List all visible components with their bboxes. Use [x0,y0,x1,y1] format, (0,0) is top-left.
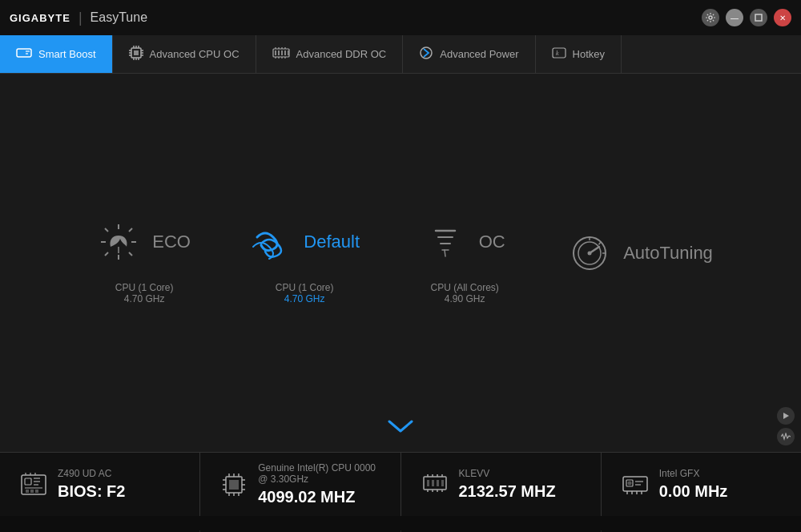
main-content: ECO CPU (1 Core) 4.70 GHz Default CPU (1… [0,74,801,452]
play-button[interactable] [777,407,795,425]
settings-button[interactable] [702,9,719,26]
eco-icon-area: ECO [98,221,191,263]
hotkey-icon: k [552,47,566,62]
default-icon-area: Default [249,221,360,263]
status-motherboard: Z490 UD AC BIOS: F2 [0,453,200,516]
tab-smart-boost-label: Smart Boost [38,48,96,60]
eco-icon [98,221,139,263]
mode-default[interactable]: Default CPU (1 Core) 4.70 GHz [248,221,360,304]
scroll-controls [777,407,795,445]
default-label: Default [304,232,360,252]
motherboard-icon [19,470,48,499]
svg-line-41 [105,228,108,232]
default-icon [249,221,291,263]
gpu-icon [621,470,650,499]
eco-freq: 4.70 GHz [115,293,174,304]
maximize-button[interactable] [750,9,767,26]
cpu-icon [219,470,248,499]
tab-advanced-ddr-oc-label: Advanced DDR OC [296,48,387,60]
app-name: EasyTune [91,10,147,25]
svg-rect-67 [35,490,38,493]
nav-tabs: Smart Boost Advanced CPU OC [0,35,801,74]
svg-rect-66 [30,490,34,493]
svg-rect-65 [26,490,29,493]
gpu-name: Intel GFX [659,468,728,479]
svg-rect-86 [427,480,429,486]
ram-icon [421,470,449,499]
eco-core-label: CPU (1 Core) [115,282,174,293]
gigabyte-logo: GIGABYTE [10,12,70,24]
motherboard-name: Z490 UD AC [58,468,125,479]
mode-oc[interactable]: OC CPU (All Cores) 4.90 GHz [409,221,521,304]
eco-label: ECO [152,232,191,252]
svg-line-44 [105,252,108,256]
autotuning-icon-area: AutoTuning [569,232,713,274]
close-button[interactable]: ✕ [774,9,791,26]
motherboard-bios: BIOS: F2 [58,482,125,501]
eco-info: CPU (1 Core) 4.70 GHz [115,282,174,304]
svg-point-54 [588,252,592,256]
oc-label: OC [479,232,505,252]
svg-point-100 [627,481,631,485]
cpu-freq: 4099.02 MHZ [258,488,380,506]
status-ram: KLEVV 2132.57 MHZ [401,453,602,516]
tab-advanced-power[interactable]: Advanced Power [403,35,535,73]
tab-smart-boost[interactable]: Smart Boost [0,35,113,73]
mirror-strip: BIOS: F2 4099.02 MHZ 2132.57 MHZ 0.00 MH… [0,516,801,532]
ram-name: KLEVV [459,468,556,479]
oc-icon [425,221,466,263]
waveform-button[interactable] [777,428,795,445]
svg-rect-24 [284,50,286,55]
oc-core-label: CPU (All Cores) [430,282,498,293]
tab-advanced-cpu-oc-label: Advanced CPU OC [150,48,239,60]
motherboard-text: Z490 UD AC BIOS: F2 [58,468,125,501]
svg-rect-72 [229,480,239,490]
svg-rect-35 [553,48,566,58]
svg-rect-25 [288,50,289,55]
minimize-button[interactable]: — [726,9,743,26]
separator: | [78,10,83,26]
scroll-down-chevron[interactable] [386,417,415,439]
default-freq: 4.70 GHz [276,293,334,304]
svg-rect-22 [278,50,280,55]
mode-eco[interactable]: ECO CPU (1 Core) 4.70 GHz [88,221,200,304]
status-gpu: Intel GFX 0.00 MHz [602,453,801,516]
svg-text:k: k [556,50,559,57]
svg-point-0 [709,16,712,19]
ddr-oc-icon [272,47,290,62]
oc-icon-area: OC [425,221,505,263]
svg-rect-88 [437,480,439,486]
status-bar: Z490 UD AC BIOS: F2 G [0,452,801,516]
tab-hotkey-label: Hotkey [573,48,605,60]
svg-rect-60 [25,478,31,485]
title-bar-left: GIGABYTE | EasyTune [10,10,147,26]
svg-rect-1 [755,14,762,21]
tab-hotkey[interactable]: k Hotkey [536,35,622,73]
title-bar-controls: — ✕ [702,9,791,26]
tab-advanced-ddr-oc[interactable]: Advanced DDR OC [256,35,404,73]
smart-boost-icon [16,46,32,62]
title-bar: GIGABYTE | EasyTune — ✕ [0,0,801,35]
power-icon [419,46,433,63]
svg-rect-23 [281,50,283,55]
cpu-oc-icon [129,46,143,63]
svg-line-50 [445,250,445,256]
autotuning-icon [569,232,610,274]
default-core-label: CPU (1 Core) [276,282,334,293]
svg-line-56 [599,242,602,244]
oc-freq: 4.90 GHz [430,293,498,304]
svg-rect-7 [134,50,139,55]
svg-line-42 [129,252,132,256]
autotuning-label: AutoTuning [623,243,713,264]
svg-line-43 [129,228,132,232]
svg-rect-21 [275,50,276,55]
ram-text: KLEVV 2132.57 MHZ [459,468,556,501]
svg-rect-3 [18,50,23,55]
ram-freq: 2132.57 MHZ [459,482,556,501]
default-info: CPU (1 Core) 4.70 GHz [276,282,334,304]
svg-rect-87 [432,480,434,486]
svg-point-34 [421,47,432,58]
tab-advanced-cpu-oc[interactable]: Advanced CPU OC [113,35,256,73]
status-cpu: Genuine Intel(R) CPU 0000 @ 3.30GHz 4099… [200,453,400,516]
mode-autotuning[interactable]: AutoTuning [569,232,713,293]
